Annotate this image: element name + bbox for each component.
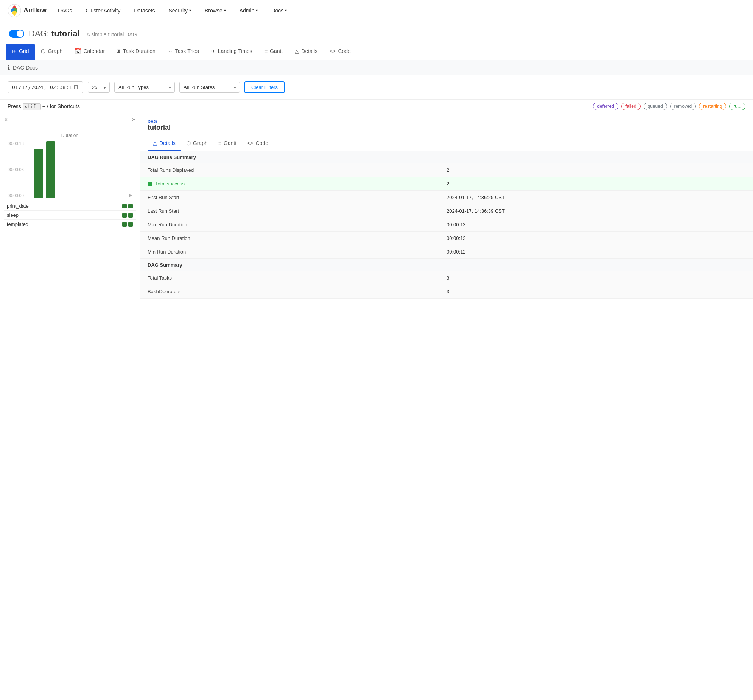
summary-row-min-duration: Min Run Duration 00:00:12 xyxy=(140,245,753,259)
dag-title: DAG: tutorial A simple tutorial DAG xyxy=(29,29,137,39)
detail-tab-details[interactable]: △ Details xyxy=(148,136,181,151)
duration-label: Duration xyxy=(8,133,132,138)
task-row: print_date xyxy=(4,202,136,211)
tab-landing-times[interactable]: ✈ Landing Times xyxy=(205,44,258,60)
task-dot[interactable] xyxy=(122,213,127,217)
left-panel: « » Duration 00:00:13 00:00:06 00:00:00 … xyxy=(0,113,140,692)
summary-row-total-runs: Total Runs Displayed 2 xyxy=(140,164,753,177)
details-tab-icon: △ xyxy=(153,140,157,146)
code-icon: <> xyxy=(330,48,336,54)
tab-graph[interactable]: ⬡ Graph xyxy=(35,44,69,60)
security-arrow-icon: ▾ xyxy=(189,8,191,12)
task-name: templated xyxy=(7,221,28,227)
run-states-select[interactable]: All Run States xyxy=(180,82,240,93)
main-content: « » Duration 00:00:13 00:00:06 00:00:00 … xyxy=(0,113,753,692)
code-tab-icon: <> xyxy=(247,140,253,146)
view-tabs: ⊞ Grid ⬡ Graph 📅 Calendar ⧗ Task Duratio… xyxy=(0,43,753,60)
task-dot[interactable] xyxy=(122,222,127,227)
summary-row-total-success: Total success 2 xyxy=(140,177,753,191)
tab-grid[interactable]: ⊞ Grid xyxy=(6,44,35,60)
status-badges: deferred failed queued removed restartin… xyxy=(593,103,745,110)
brand-name: Airflow xyxy=(23,6,47,14)
summary-row-last-run: Last Run Start 2024-01-17, 14:36:39 CST xyxy=(140,204,753,218)
task-row: sleep xyxy=(4,211,136,220)
task-duration-icon: ⧗ xyxy=(117,48,121,54)
chart-y-axis: 00:00:13 00:00:06 00:00:00 xyxy=(8,141,24,198)
run-types-select[interactable]: All Run Types xyxy=(114,82,175,93)
run-types-wrapper: All Run Types xyxy=(114,82,175,93)
task-list: print_date sleep templated xyxy=(0,202,140,229)
badge-removed[interactable]: removed xyxy=(670,103,696,110)
expand-right-icon[interactable]: » xyxy=(132,116,135,122)
task-dot[interactable] xyxy=(128,204,133,208)
task-dot[interactable] xyxy=(128,222,133,227)
docs-arrow-icon: ▾ xyxy=(285,8,287,12)
tab-task-duration[interactable]: ⧗ Task Duration xyxy=(111,43,162,60)
navbar: Airflow DAGs Cluster Activity Datasets S… xyxy=(0,0,753,21)
date-filter[interactable] xyxy=(8,81,83,93)
tab-calendar[interactable]: 📅 Calendar xyxy=(69,44,111,60)
badge-queued[interactable]: queued xyxy=(644,103,667,110)
dag-toggle[interactable] xyxy=(9,30,24,38)
task-row: templated xyxy=(4,220,136,229)
badge-running[interactable]: ru... xyxy=(729,103,745,110)
right-panel: DAG tutorial △ Details ⬡ Graph ≡ Gantt <… xyxy=(140,113,753,692)
task-dots xyxy=(122,204,133,208)
clear-filters-button[interactable]: Clear Filters xyxy=(244,81,284,93)
shortcuts-bar: Press shift + / for Shortcuts deferred f… xyxy=(0,100,753,113)
detail-tabs: △ Details ⬡ Graph ≡ Gantt <> Code xyxy=(140,136,753,151)
browse-arrow-icon: ▾ xyxy=(224,8,226,12)
badge-restarting[interactable]: restarting xyxy=(699,103,726,110)
nav-dags[interactable]: DAGs xyxy=(56,6,74,15)
shift-key: shift xyxy=(23,103,41,110)
collapse-left-icon[interactable]: « xyxy=(5,116,8,122)
shortcuts-hint: Press shift + / for Shortcuts xyxy=(8,103,80,109)
grid-icon: ⊞ xyxy=(12,48,17,54)
calendar-icon: 📅 xyxy=(75,48,81,54)
airflow-logo-icon xyxy=(8,4,21,17)
task-tries-icon: ↔ xyxy=(168,48,173,54)
task-name: print_date xyxy=(7,203,29,209)
badge-failed[interactable]: failed xyxy=(621,103,641,110)
nav-docs[interactable]: Docs▾ xyxy=(269,6,289,15)
gantt-tab-icon: ≡ xyxy=(218,140,221,146)
runs-summary-header: DAG Runs Summary xyxy=(140,151,753,164)
tab-code[interactable]: <> Code xyxy=(323,44,357,60)
chart-bar-1 xyxy=(34,149,43,198)
detail-tab-code[interactable]: <> Code xyxy=(242,136,273,151)
chart-bar-2 xyxy=(46,141,55,198)
task-dot[interactable] xyxy=(122,204,127,208)
summary-row-mean-duration: Mean Run Duration 00:00:13 xyxy=(140,231,753,245)
chart-expand-icon[interactable]: ▶ xyxy=(129,192,132,198)
task-dots xyxy=(122,222,133,227)
graph-icon: ⬡ xyxy=(41,48,45,54)
summary-row-total-tasks: Total Tasks 3 xyxy=(140,271,753,285)
nav-admin[interactable]: Admin▾ xyxy=(237,6,260,15)
success-dot-icon xyxy=(148,181,152,186)
graph-tab-icon: ⬡ xyxy=(186,140,191,146)
task-name: sleep xyxy=(7,212,19,218)
info-icon: ℹ xyxy=(8,64,10,71)
detail-tab-graph[interactable]: ⬡ Graph xyxy=(181,136,213,151)
admin-arrow-icon: ▾ xyxy=(256,8,258,12)
task-dot[interactable] xyxy=(128,213,133,217)
nav-browse[interactable]: Browse▾ xyxy=(202,6,228,15)
count-select[interactable]: 25 50 100 xyxy=(88,82,110,93)
nav-datasets[interactable]: Datasets xyxy=(132,6,157,15)
task-dots xyxy=(122,213,133,217)
details-icon: △ xyxy=(295,48,299,54)
nav-cluster-activity[interactable]: Cluster Activity xyxy=(83,6,123,15)
tab-task-tries[interactable]: ↔ Task Tries xyxy=(162,44,205,60)
count-select-wrapper: 25 50 100 xyxy=(88,82,110,93)
dag-runs-summary: DAG Runs Summary Total Runs Displayed 2 … xyxy=(140,151,753,298)
page-header: DAG: tutorial A simple tutorial DAG xyxy=(0,21,753,43)
tab-details[interactable]: △ Details xyxy=(289,44,323,60)
chart-container: 00:00:13 00:00:06 00:00:00 ▶ xyxy=(8,141,132,198)
brand-logo[interactable]: Airflow xyxy=(8,4,47,17)
tab-gantt[interactable]: ≡ Gantt xyxy=(258,44,289,60)
gantt-icon: ≡ xyxy=(264,48,267,54)
badge-deferred[interactable]: deferred xyxy=(593,103,618,110)
nav-security[interactable]: Security▾ xyxy=(166,6,193,15)
run-states-wrapper: All Run States xyxy=(180,82,240,93)
detail-tab-gantt[interactable]: ≡ Gantt xyxy=(213,136,242,151)
